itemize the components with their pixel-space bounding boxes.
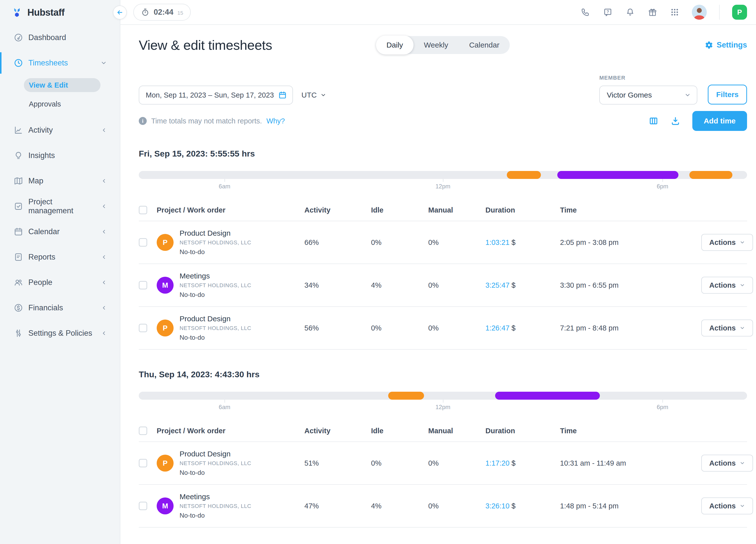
workspace-badge[interactable]: P [732,5,747,20]
day-timeline: 6am12pm6pm [139,171,747,192]
sidebar-item-activity[interactable]: Activity [0,117,120,143]
task-name[interactable]: No-to-do [180,511,251,520]
phone-icon[interactable] [580,7,590,17]
currency-icon[interactable]: $ [512,238,516,246]
actions-button[interactable]: Actions [701,320,753,337]
sidebar-collapse-button[interactable] [113,5,127,19]
sidebar-item-reports[interactable]: Reports [0,244,120,270]
sidebar-subitem-approvals[interactable]: Approvals [0,95,120,113]
help-icon[interactable]: ? [603,7,613,17]
duration-link[interactable]: 1:17:20 [485,459,510,467]
logo[interactable]: Hubstaff [0,0,120,25]
row-checkbox[interactable] [139,281,147,290]
timeline-bar [139,392,747,400]
timeline-segment-orange[interactable] [507,171,541,179]
currency-icon[interactable]: $ [512,324,516,332]
sidebar-item-settings-policies[interactable]: Settings & Policies [0,321,120,346]
download-icon[interactable] [670,116,680,126]
time-range: 10:31 am - 11:49 am [560,459,701,467]
table-row: P Product Design NETSOFT HOLDINGS, LLC N… [139,221,747,264]
task-name[interactable]: No-to-do [180,468,251,477]
row-checkbox[interactable] [139,459,147,467]
duration-link[interactable]: 3:25:47 [485,281,510,289]
timer-widget[interactable]: 02:44 15 [133,4,191,21]
filters-button[interactable]: Filters [708,85,747,104]
sidebar-item-insights[interactable]: Insights [0,143,120,168]
sidebar-item-dashboard[interactable]: Dashboard [0,25,120,50]
project-name[interactable]: Meetings [180,271,251,281]
sidebar-subitem-label[interactable]: Approvals [24,97,100,111]
actions-button[interactable]: Actions [701,277,753,294]
user-avatar[interactable] [692,5,707,20]
duration-link[interactable]: 1:03:21 [485,238,510,246]
column-header: Idle [371,206,428,214]
sidebar-item-project-management[interactable]: Project management [0,193,120,219]
column-header: Duration [485,427,560,435]
sidebar-subitem-label[interactable]: View & Edit [24,78,100,92]
tab-weekly[interactable]: Weekly [414,36,459,54]
duration-link[interactable]: 3:26:10 [485,502,510,510]
sidebar-item-financials[interactable]: Financials [0,295,120,321]
sidebar-item-timesheets[interactable]: Timesheets [0,50,120,76]
logo-text: Hubstaff [27,7,64,18]
currency-icon[interactable]: $ [512,281,516,289]
column-header: Manual [428,427,485,435]
duration-link[interactable]: 1:26:47 [485,324,510,332]
select-all-checkbox[interactable] [139,206,147,214]
project-name[interactable]: Product Design [180,314,251,324]
row-checkbox[interactable] [139,324,147,332]
project-avatar: P [157,455,174,472]
activity-value: 51% [304,459,371,467]
timeline-segment-purple[interactable] [495,392,600,400]
task-name[interactable]: No-to-do [180,290,251,300]
task-name[interactable]: No-to-do [180,247,251,256]
map-icon [13,176,23,186]
gift-icon[interactable] [648,7,658,17]
timezone-select[interactable]: UTC [301,91,326,99]
idle-value: 4% [371,281,428,290]
sidebar-item-calendar[interactable]: Calendar [0,219,120,244]
sidebar-subitem-view-edit[interactable]: View & Edit [0,76,120,95]
add-time-button[interactable]: Add time [692,111,747,131]
project-name[interactable]: Product Design [180,449,251,459]
table-row: P Product Design NETSOFT HOLDINGS, LLC N… [139,307,747,350]
actions-button[interactable]: Actions [701,455,753,472]
gear-icon [705,41,713,49]
member-select[interactable]: Victor Gomes [599,86,697,104]
row-checkbox[interactable] [139,502,147,510]
why-link[interactable]: Why? [266,117,285,125]
project-avatar: P [157,320,174,337]
reports-icon [13,252,23,262]
currency-icon[interactable]: $ [512,502,516,510]
actions-label: Actions [709,502,736,510]
table-row: M Meetings NETSOFT HOLDINGS, LLC No-to-d… [139,264,747,307]
timeline-segment-orange[interactable] [388,392,424,400]
project-cell: M Meetings NETSOFT HOLDINGS, LLC No-to-d… [157,271,304,300]
notifications-bell-icon[interactable] [625,7,635,17]
timeline-segment-purple[interactable] [557,171,678,179]
project-name[interactable]: Meetings [180,492,251,502]
settings-link[interactable]: Settings [705,41,747,49]
table-row: P Product Design NETSOFT HOLDINGS, LLC N… [139,442,747,485]
idle-value: 0% [371,324,428,332]
currency-icon[interactable]: $ [512,459,516,467]
sidebar-item-people[interactable]: People [0,270,120,295]
tab-calendar[interactable]: Calendar [459,36,510,54]
column-header: Manual [428,206,485,214]
task-name[interactable]: No-to-do [180,333,251,342]
project-name[interactable]: Product Design [180,228,251,238]
time-range: 2:05 pm - 3:08 pm [560,238,701,246]
date-range-picker[interactable]: Mon, Sep 11, 2023 – Sun, Sep 17, 2023 [139,86,293,104]
actions-button[interactable]: Actions [701,497,753,514]
activity-value: 66% [304,238,371,246]
project-cell: M Meetings NETSOFT HOLDINGS, LLC No-to-d… [157,492,304,520]
columns-icon[interactable] [649,116,659,126]
select-all-checkbox[interactable] [139,427,147,435]
sidebar-item-map[interactable]: Map [0,168,120,193]
apps-grid-icon[interactable] [670,7,679,17]
timeline-segment-orange[interactable] [689,171,733,179]
row-checkbox[interactable] [139,238,147,246]
sidebar-item-label: Financials [28,304,63,312]
actions-button[interactable]: Actions [701,234,753,251]
tab-daily[interactable]: Daily [376,36,414,54]
